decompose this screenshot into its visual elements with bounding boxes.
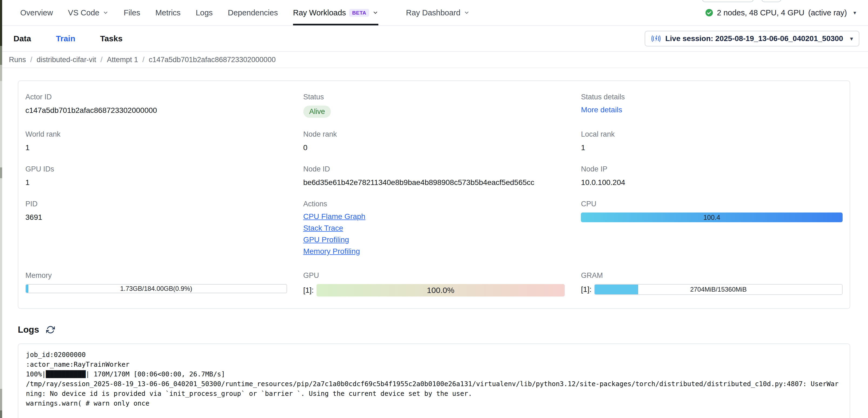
field-label: GRAM [581,271,843,280]
nav-files[interactable]: Files [124,0,140,25]
stack-trace-link[interactable]: Stack Trace [303,224,565,232]
refresh-icon [46,325,55,334]
field-label: Local rank [581,130,843,138]
breadcrumb-separator: / [30,56,32,64]
cluster-session-text: (active ray) [808,8,847,17]
log-output[interactable]: job_id:02000000 :actor_name:RayTrainWork… [18,344,850,418]
breadcrumb-separator: / [142,56,145,64]
gram-usage-text: 2704MiB/15360MiB [595,286,842,293]
field-label: Node rank [303,130,565,138]
tabs: Data Train Tasks [13,34,123,43]
field-label: Node IP [581,165,843,173]
field-gram-usage: GRAM [1]: 2704MiB/15360MiB [581,271,843,296]
nav-dependencies[interactable]: Dependencies [228,0,278,25]
caret-down-icon: ▾ [854,9,856,16]
log-line: :actor_name:RayTrainWorker [26,360,842,369]
gpu-ids-value: 1 [25,178,287,187]
field-status: Status Alive [303,93,565,118]
field-label: PID [25,200,287,208]
field-world-rank: World rank 1 [25,130,287,153]
tab-tasks[interactable]: Tasks [100,34,123,43]
caret-down-icon: ▾ [850,35,853,42]
breadcrumb-actor-id: c147a5db701b2afac868723302000000 [149,56,276,64]
cluster-status-dropdown[interactable]: 2 nodes, 48 CPU, 4 GPU (active ray) ▾ [705,0,856,25]
memory-usage-bar: 1.73GB/184.00GB(0.9%) [25,284,287,293]
breadcrumb-run-name[interactable]: distributed-cifar-vit [37,56,96,64]
log-line: 100%|██████████| 170M/170M [00:06<00:00,… [26,369,842,379]
tab-data[interactable]: Data [13,34,31,43]
field-label: GPU [303,271,565,280]
log-line: warnings.warn( # warn only once [26,398,842,408]
field-label: Status details [581,93,843,101]
gpu-usage-text: 100.0% [316,286,565,295]
status-badge: Alive [303,105,331,118]
node-ip-value: 10.0.100.204 [581,178,843,187]
field-label: Actor ID [25,93,287,101]
field-actor-id: Actor ID c147a5db701b2afac86872330200000… [25,93,287,118]
actor-details-card: Actor ID c147a5db701b2afac86872330200000… [18,81,850,309]
beta-badge: BETA [349,9,369,17]
field-label: GPU IDs [25,165,287,173]
live-session-icon [651,34,661,43]
field-label: Node ID [303,165,565,173]
field-gpu-usage: GPU [1]: 100.0% [303,271,565,296]
gram-usage-bar: 2704MiB/15360MiB [594,284,843,295]
field-gpu-ids: GPU IDs 1 [25,165,287,187]
field-label: Memory [25,271,287,280]
chevron-down-icon [103,10,108,15]
nav-ray-dashboard-label: Ray Dashboard [406,8,461,17]
nav-vscode[interactable]: VS Code [68,0,108,25]
field-local-rank: Local rank 1 [581,130,843,153]
logs-title: Logs [18,325,39,335]
field-actions: Actions CPU Flame Graph Stack Trace GPU … [303,200,565,259]
node-rank-value: 0 [303,143,565,153]
actor-id-value: c147a5db701b2afac868723302000000 [25,105,287,115]
field-node-ip: Node IP 10.0.100.204 [581,165,843,187]
log-line: job_id:02000000 [26,350,842,360]
field-label: CPU [581,200,843,208]
node-id-value: be6d35e61b42e78211340e8b9bae4b898908c573… [303,178,565,187]
field-label: World rank [25,130,287,138]
nav-ray-dashboard[interactable]: Ray Dashboard [406,0,470,25]
breadcrumb-runs[interactable]: Runs [9,56,26,64]
nav-vscode-label: VS Code [68,8,99,17]
nav-ray-workloads[interactable]: Ray Workloads BETA [293,0,378,25]
gpu-profiling-link[interactable]: GPU Profiling [303,236,565,244]
cutoff-box [762,0,781,2]
gpu-index-prefix: [1]: [303,286,314,295]
cpu-flame-graph-link[interactable]: CPU Flame Graph [303,213,565,221]
breadcrumb-attempt[interactable]: Attempt 1 [107,56,138,64]
top-navbar: Overview VS Code Files Metrics Logs Depe… [0,0,868,26]
more-details-link[interactable]: More details [581,105,622,114]
tab-train[interactable]: Train [56,34,75,43]
nav-metrics[interactable]: Metrics [155,0,180,25]
field-cpu-usage: CPU 100.4 [581,200,843,259]
field-node-id: Node ID be6d35e61b42e78211340e8b9bae4b89… [303,165,565,187]
field-pid: PID 3691 [25,200,287,259]
breadcrumb: Runs / distributed-cifar-vit / Attempt 1… [0,52,868,68]
log-line: /tmp/ray/session_2025-08-19_13-06-06_040… [26,379,842,398]
field-label: Actions [303,200,565,208]
tab-bar: Data Train Tasks Live session: 2025-08-1… [0,26,868,52]
refresh-logs-button[interactable] [46,325,55,334]
cpu-usage-bar: 100.4 [581,213,843,222]
breadcrumb-separator: / [100,56,103,64]
field-memory-usage: Memory 1.73GB/184.00GB(0.9%) [25,271,287,296]
nav-logs[interactable]: Logs [196,0,213,25]
live-session-label: Live session: 2025-08-19_13-06-06_040201… [665,34,843,43]
nav-ray-workloads-label: Ray Workloads [293,8,346,17]
screen-edge-strip [0,0,2,418]
nav-overview[interactable]: Overview [20,0,53,25]
check-circle-icon [705,9,713,17]
gram-index-prefix: [1]: [581,285,591,294]
field-label: Status [303,93,565,101]
field-node-rank: Node rank 0 [303,130,565,153]
local-rank-value: 1 [581,143,843,153]
world-rank-value: 1 [25,143,287,153]
live-session-selector[interactable]: Live session: 2025-08-19_13-06-06_040201… [645,31,859,46]
logs-section: Logs job_id:02000000 :actor_name:RayTrai… [18,325,850,418]
pid-value: 3691 [25,213,287,222]
nav-items: Overview VS Code Files Metrics Logs Depe… [20,0,470,25]
memory-profiling-link[interactable]: Memory Profiling [303,247,565,255]
cluster-status-text: 2 nodes, 48 CPU, 4 GPU [717,8,805,17]
